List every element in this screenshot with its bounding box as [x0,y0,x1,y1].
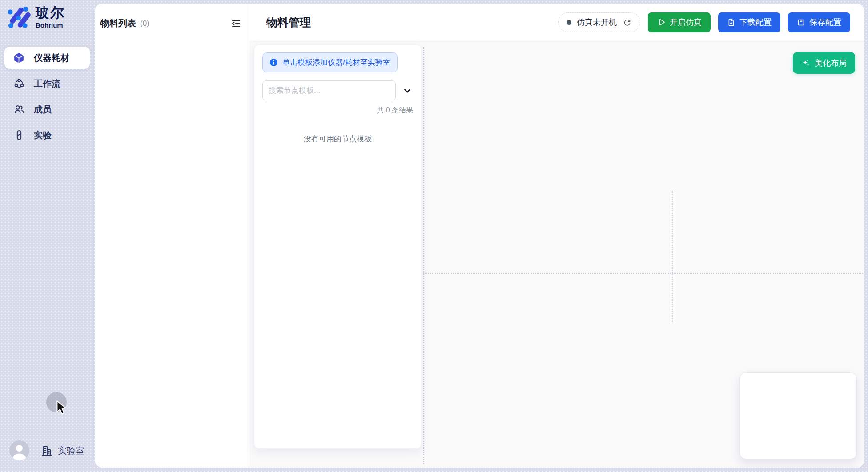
material-list-header: 物料列表 (0) [100,17,242,29]
flow-canvas[interactable]: 单击模板添加仪器/耗材至实验室 共 0 条结果 没有可用的节点模板 [249,41,864,468]
hint-text: 单击模板添加仪器/耗材至实验室 [282,57,390,68]
mouse-cursor [56,400,67,415]
play-icon [657,18,666,27]
sidebar-item-instruments[interactable]: 仪器耗材 [4,47,90,69]
simulation-status-pill: 仿真未开机 [558,12,640,32]
material-list-panel: 物料列表 (0) [95,4,249,468]
cube-icon [13,52,25,64]
sparkles-icon [801,59,810,68]
button-label: 美化布局 [815,58,847,68]
sidebar: 玻尔 Bohrium 仪器耗材 [0,0,95,472]
brand-name-cn: 玻尔 [36,6,65,20]
info-icon [269,58,278,67]
sidebar-item-label: 仪器耗材 [34,52,69,64]
sidebar-item-workflow[interactable]: 工作流 [4,72,90,95]
expand-templates-button[interactable] [402,85,413,96]
collapse-panel-button[interactable] [230,18,242,29]
main-region: 物料管理 仿真未开机 [249,4,864,468]
sidebar-nav: 仪器耗材 工作流 [4,47,90,150]
workflow-icon [13,78,25,90]
empty-state-text: 没有可用的节点模板 [262,134,413,144]
menu-fold-icon [231,18,241,29]
status-dot-icon [567,20,571,25]
brand-name-en: Bohrium [36,22,65,29]
bohrium-logo-icon [7,6,31,29]
status-label: 仿真未开机 [577,17,617,28]
save-icon [797,18,805,27]
experiment-icon [13,129,25,141]
sidebar-item-members[interactable]: 成员 [4,98,90,120]
download-config-button[interactable]: 下载配置 [718,12,780,32]
result-count: 共 0 条结果 [262,106,413,115]
template-hint-banner: 单击模板添加仪器/耗材至实验室 [262,52,398,72]
button-label: 下载配置 [739,17,772,28]
download-file-icon [727,18,735,27]
app-logo: 玻尔 Bohrium [7,6,65,29]
header-actions: 仿真未开机 [558,12,850,32]
sidebar-item-lab[interactable]: 实验室 [41,444,84,457]
page-title: 物料管理 [266,15,311,30]
chevron-down-icon [402,86,412,96]
page-header: 物料管理 仿真未开机 [249,4,864,41]
lab-label: 实验室 [58,445,84,457]
button-label: 保存配置 [809,17,841,28]
content-card: 物料列表 (0) 物料管理 仿真未开机 [95,4,864,468]
building-icon [41,445,53,457]
avatar[interactable] [9,440,29,460]
sidebar-item-label: 实验 [34,129,52,141]
grid-guide-vertical-2 [672,191,673,322]
minimap[interactable] [739,372,857,459]
members-icon [13,104,25,116]
sidebar-item-label: 成员 [34,104,52,116]
refresh-icon [623,18,631,27]
beautify-layout-button[interactable]: 美化布局 [793,52,855,74]
template-search-input[interactable] [262,80,396,100]
start-simulation-button[interactable]: 开启仿真 [648,12,711,32]
sidebar-item-experiments[interactable]: 实验 [4,124,90,146]
grid-guide-vertical [423,47,424,464]
material-list-title: 物料列表 [100,17,136,29]
template-panel: 单击模板添加仪器/耗材至实验室 共 0 条结果 没有可用的节点模板 [254,44,422,449]
save-config-button[interactable]: 保存配置 [788,12,850,32]
sidebar-item-label: 工作流 [34,78,60,90]
template-search-row [262,80,413,100]
refresh-status-button[interactable] [622,17,632,27]
button-label: 开启仿真 [670,17,702,28]
material-list-count: (0) [140,19,149,28]
grid-guide-horizontal [423,273,864,274]
